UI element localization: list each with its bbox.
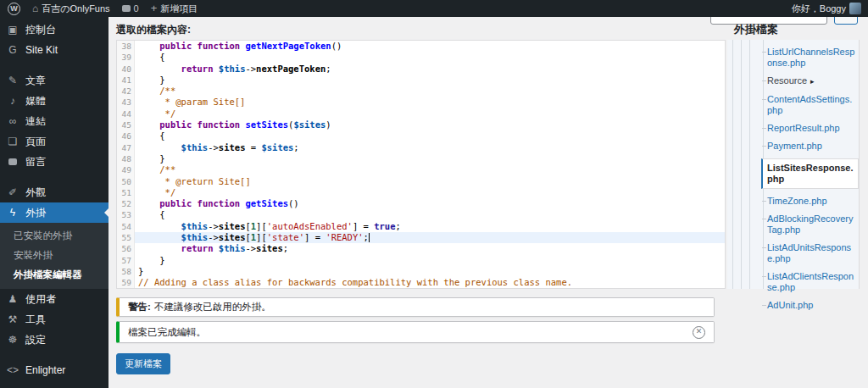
new-item-menu[interactable]: + 新增項目	[151, 3, 198, 15]
tree-file-reportresult-php[interactable]: ReportResult.php	[767, 123, 856, 134]
sidebar-item-label: 外掛	[25, 206, 46, 220]
chevron-right-icon: ▸	[810, 77, 815, 86]
code-line: 41 }	[117, 75, 725, 86]
plugins-submenu: 已安裝的外掛安裝外掛外掛檔案編輯器	[0, 223, 108, 289]
sidebar-item-comments[interactable]: 留言	[0, 152, 108, 172]
settings-icon: ☸	[7, 334, 19, 346]
tree-file-listsitesresponse-php[interactable]: ListSitesResponse.php	[761, 158, 859, 189]
file-name: ContentAdsSettings.php	[767, 94, 852, 115]
tree-guide-line	[749, 40, 750, 289]
warning-notice: 警告:不建議修改已啟用的外掛。	[116, 297, 715, 317]
success-notice: 檔案已完成編輯。 ✕	[116, 321, 715, 343]
tree-file-listurlchannelsresponse-php[interactable]: ListUrlChannelsResponse.php	[767, 47, 856, 69]
code-line: 53 {	[117, 209, 725, 220]
comment-bubble-icon	[122, 5, 131, 12]
tree-file-listadunitsresponse-php[interactable]: ListAdUnitsResponse.php	[767, 242, 856, 264]
file-tree-items: ListUrlChannelsResponse.phpResource▸Cont…	[767, 40, 856, 318]
bubble-shape	[8, 158, 17, 165]
wordpress-menu[interactable]: W	[8, 3, 20, 15]
code-text: /**	[135, 164, 725, 175]
sidebar-item-tools[interactable]: ⚒工具	[0, 309, 108, 330]
sidebar-item-links[interactable]: ∞連結	[0, 111, 108, 131]
tree-file-contentadssettings-php[interactable]: ContentAdsSettings.php	[767, 94, 856, 116]
sidebar-item-media[interactable]: ♪媒體	[0, 91, 108, 111]
new-item-label: 新增項目	[160, 3, 198, 15]
sidebar-group: <>Enlighter	[0, 358, 108, 380]
sidebar-item-dashboard[interactable]: ▣控制台	[0, 19, 108, 40]
sidebar-item-plugins[interactable]: ϟ外掛	[0, 202, 108, 223]
code-line: 59// Adding a class alias for backwards …	[117, 277, 725, 288]
code-text: $this->sites[1]['autoAdsEnabled'] = true…	[135, 221, 725, 232]
sidebar-item-label: 連結	[25, 114, 46, 129]
code-text: return $this->nextPageToken;	[135, 64, 725, 75]
main-content: 選取的檔案內容: 38 public function getNextPageT…	[108, 17, 868, 388]
comments-shortcut[interactable]: 0	[122, 3, 139, 14]
tree-guide-line	[732, 40, 733, 289]
line-number: 56	[117, 243, 135, 254]
tools-icon: ⚒	[7, 313, 19, 325]
code-line: 52 public function getSites()	[117, 198, 725, 209]
sidebar-item-settings[interactable]: ☸設定	[0, 330, 108, 350]
code-line: 43 * @param Site[]	[117, 97, 725, 108]
sidebar-group: ✐外觀ϟ外掛已安裝的外掛安裝外掛外掛檔案編輯器♟使用者⚒工具☸設定	[0, 180, 108, 350]
enlighter-icon: <>	[7, 364, 19, 376]
code-text: $this->sites = $sites;	[135, 142, 725, 153]
sidebar-item-enlighter[interactable]: <>Enlighter	[0, 360, 108, 380]
site-link[interactable]: ⌂ 百吉のOnlyFuns	[32, 3, 110, 15]
code-line: 49 /**	[117, 164, 725, 175]
tree-guide-line	[741, 40, 742, 289]
line-number: 45	[117, 119, 135, 130]
code-line: 40 return $this->nextPageToken;	[117, 64, 725, 75]
text-cursor	[369, 233, 370, 242]
file-name: ReportResult.php	[767, 123, 840, 133]
sidebar-item-label: 文章	[25, 74, 46, 88]
code-text: */	[135, 108, 725, 119]
howdy-menu[interactable]: 你好，Boggy	[792, 3, 861, 15]
sidebar-item-sitekit[interactable]: GSite Kit	[0, 40, 108, 60]
line-number: 55	[117, 232, 135, 243]
code-editor[interactable]: 38 public function getNextPageToken()39 …	[116, 40, 726, 289]
tree-file-timezone-php[interactable]: TimeZone.php	[767, 196, 856, 207]
sidebar-item-label: 設定	[25, 333, 46, 347]
line-number: 41	[117, 75, 135, 86]
file-tree: ListUrlChannelsResponse.phpResource▸Cont…	[727, 40, 860, 289]
code-text: public function setSites($sites)	[135, 119, 725, 130]
appearance-icon: ✐	[7, 186, 19, 198]
update-file-button[interactable]: 更新檔案	[116, 353, 170, 374]
line-number: 39	[117, 52, 135, 63]
tree-file-payment-php[interactable]: Payment.php	[767, 141, 856, 152]
tree-file-listadclientsresponse-php[interactable]: ListAdClientsResponse.php	[767, 271, 856, 293]
sidebar-item-label: 控制台	[25, 23, 56, 37]
code-text: }	[135, 255, 725, 266]
pages-icon: ❏	[7, 136, 19, 147]
file-name: Payment.php	[767, 141, 822, 151]
sidebar-item-label: 媒體	[25, 94, 46, 108]
dismiss-notice-button[interactable]: ✕	[693, 326, 705, 339]
sidebar-item-users[interactable]: ♟使用者	[0, 289, 108, 309]
sidebar-subitem-installed-plugins[interactable]: 已安裝的外掛	[0, 226, 108, 246]
users-icon: ♟	[7, 293, 19, 305]
sidebar-item-label: 頁面	[25, 135, 46, 149]
tree-folder-resource[interactable]: Resource▸	[767, 75, 856, 87]
line-number: 46	[117, 130, 135, 141]
sidebar-item-label: Site Kit	[25, 44, 58, 56]
plugins-icon: ϟ	[7, 207, 19, 219]
admin-sidebar: ▣控制台GSite Kit✎文章♪媒體∞連結❏頁面留言✐外觀ϟ外掛已安裝的外掛安…	[0, 17, 108, 388]
posts-icon: ✎	[7, 75, 19, 86]
tree-file-adblockingrecoverytag-php[interactable]: AdBlockingRecoveryTag.php	[767, 213, 856, 236]
sidebar-item-appearance[interactable]: ✐外觀	[0, 182, 108, 202]
sidebar-item-pages[interactable]: ❏頁面	[0, 131, 108, 152]
file-name: AdUnit.php	[767, 300, 813, 310]
sidebar-item-posts[interactable]: ✎文章	[0, 70, 108, 91]
sidebar-subitem-plugin-file-editor[interactable]: 外掛檔案編輯器	[0, 265, 108, 285]
code-line: 42 /**	[117, 86, 725, 97]
tree-file-adunit-php[interactable]: AdUnit.php	[767, 300, 856, 311]
code-line: 45 public function setSites($sites)	[117, 119, 725, 130]
file-name: ListAdUnitsResponse.php	[767, 242, 851, 263]
dashboard-icon: ▣	[7, 24, 19, 36]
code-line: 51 */	[117, 187, 725, 198]
code-text: $this->sites[1]['state'] = 'READY';	[135, 232, 725, 243]
sidebar-subitem-install-plugin[interactable]: 安裝外掛	[0, 246, 108, 265]
code-text: {	[135, 209, 725, 220]
admin-bar-left: W ⌂ 百吉のOnlyFuns 0 + 新增項目	[0, 3, 198, 15]
